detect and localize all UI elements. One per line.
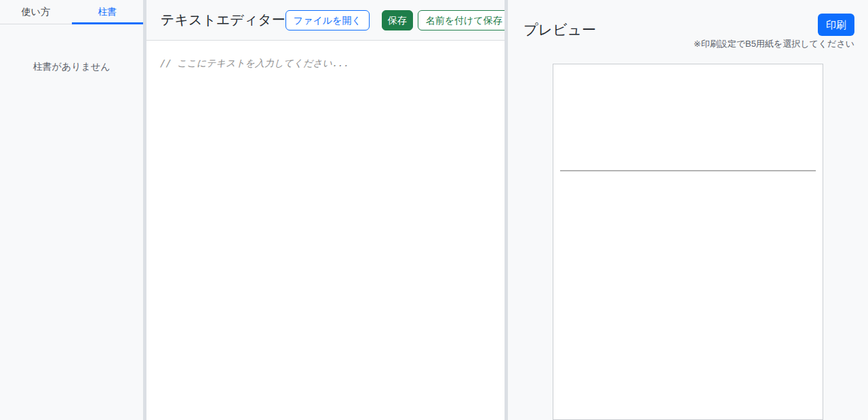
print-settings-note: ※印刷設定でB5用紙を選択してください xyxy=(694,38,854,50)
editor-title: テキストエディター xyxy=(161,11,285,29)
sidebar-body: 柱書がありません xyxy=(0,24,143,420)
hashiragaki-empty-message: 柱書がありません xyxy=(0,61,143,73)
sidebar-tab-bar: 使い方 柱書 xyxy=(0,0,143,24)
preview-header: プレビュー 印刷 ※印刷設定でB5用紙を選択してください xyxy=(521,0,854,50)
preview-header-right: 印刷 ※印刷設定でB5用紙を選択してください xyxy=(694,14,854,50)
tab-hashiragaki[interactable]: 柱書 xyxy=(72,0,144,24)
print-button[interactable]: 印刷 xyxy=(818,14,854,36)
preview-page xyxy=(553,64,823,420)
editor-header: テキストエディター ファイルを開く 保存 名前を付けて保存 xyxy=(146,0,505,41)
save-button[interactable]: 保存 xyxy=(382,10,413,30)
open-file-button[interactable]: ファイルを開く xyxy=(285,10,370,30)
sidebar: 使い方 柱書 柱書がありません xyxy=(0,0,143,420)
tab-usage[interactable]: 使い方 xyxy=(0,0,72,24)
preview-fold-line xyxy=(560,170,816,171)
save-as-button[interactable]: 名前を付けて保存 xyxy=(418,10,511,30)
preview-title: プレビュー xyxy=(524,20,596,39)
editor-panel: テキストエディター ファイルを開く 保存 名前を付けて保存 xyxy=(146,0,505,420)
app-window: 使い方 柱書 柱書がありません テキストエディター ファイルを開く 保存 名前を… xyxy=(0,0,868,420)
preview-panel: プレビュー 印刷 ※印刷設定でB5用紙を選択してください xyxy=(508,0,868,420)
editor-area xyxy=(146,41,505,420)
text-editor-input[interactable] xyxy=(146,41,505,420)
